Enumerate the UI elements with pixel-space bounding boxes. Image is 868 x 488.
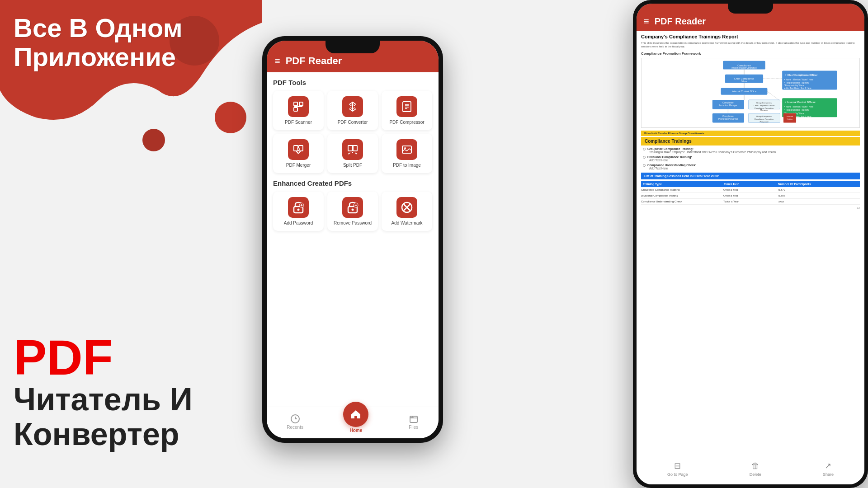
go-to-page-icon: ⊟ [674, 461, 681, 471]
phone1-frame: ≡ PDF Reader PDF Tools [262, 36, 443, 443]
svg-rect-3 [294, 102, 297, 106]
hero-subtitle-line2: Конвертер [14, 417, 193, 452]
dot-icon [643, 148, 646, 150]
enhanced-grid: Add Password [273, 192, 432, 231]
hamburger-icon[interactable]: ≡ [275, 56, 280, 66]
row2-col2: Once a Year [723, 194, 778, 197]
nav2-delete-label: Delete [750, 472, 761, 477]
compliance-chart: Compliance Implementation Committee Chie… [641, 58, 860, 128]
pdf-to-image-label: PDF to Image [393, 163, 421, 168]
dot-icon-2 [643, 156, 646, 159]
svg-point-1 [215, 102, 246, 133]
row3-col2: Twice a Year [723, 200, 778, 203]
training-3-title: Compliance Understanding Check: [647, 164, 696, 167]
add-watermark-icon [396, 197, 417, 218]
tool-split-pdf[interactable]: Split PDF [327, 134, 378, 173]
nav2-share-label: Share [823, 472, 834, 477]
svg-text:Promotion Manager: Promotion Manager [719, 104, 737, 107]
svg-line-22 [348, 153, 350, 154]
nav2-delete[interactable]: 🗑 Delete [750, 461, 761, 477]
row3-col3: xxxx [778, 200, 860, 203]
hero-title-line1: Все В Одном [14, 14, 183, 42]
svg-text:✓ Internal Control Officer:: ✓ Internal Control Officer: [784, 101, 816, 103]
add-password-icon [288, 197, 309, 218]
hero-title-block: Все В Одном Приложение [14, 14, 183, 71]
svg-text:• Add Text Here : Text 1 Here: • Add Text Here : Text 1 Here [784, 87, 811, 89]
remove-password-label: Remove Password [334, 221, 372, 225]
row1-col1: Groupwide Compliance Training [641, 188, 722, 191]
phone2-bottom-nav: ⊟ Go to Page 🗑 Delete ↗ Share [637, 453, 864, 484]
tool-pdf-compressor[interactable]: PDF Compressor [382, 91, 432, 130]
svg-text:• Responsibilities : Specify: • Responsibilities : Specify [784, 82, 809, 84]
svg-text:Compliance: Compliance [722, 115, 734, 117]
svg-text:✓ Chief Compliance Officer:: ✓ Chief Compliance Officer: [784, 73, 819, 76]
row3-col1: Compliance Understanding Check [641, 200, 722, 203]
col-2: Times Held [724, 183, 777, 186]
svg-point-2 [142, 129, 165, 151]
tool-add-watermark[interactable]: Add Watermark [382, 192, 432, 231]
svg-point-27 [297, 209, 300, 211]
pdf-compressor-icon [396, 96, 417, 117]
tool-pdf-merger[interactable]: PDF Merger [273, 134, 324, 173]
training-item-1: Groupwide Compliance Training: Training … [643, 147, 858, 154]
row1-col2: Once a Year [723, 188, 778, 191]
page-number: 12 [641, 206, 860, 209]
training-item-2: Divisional Compliance Training: Add Text… [643, 155, 858, 162]
split-pdf-icon [342, 139, 363, 160]
pdf-label: PDF [14, 333, 193, 382]
phone2-app-name: PDF Reader [655, 16, 706, 27]
svg-text:Hotline: Hotline [787, 118, 793, 120]
phone1-screen: ≡ PDF Reader PDF Tools [267, 41, 439, 438]
hero-subtitle-block: PDF Читатель И Конвертер [14, 333, 193, 452]
add-watermark-label: Add Watermark [391, 221, 422, 225]
tool-pdf-to-image[interactable]: PDF to Image [382, 134, 432, 173]
nav-home-button[interactable] [343, 402, 368, 427]
svg-text:Officer: Officer [741, 80, 747, 82]
nav2-share[interactable]: ↗ Share [823, 461, 834, 477]
split-pdf-label: Split PDF [343, 163, 362, 168]
nav-recents[interactable]: Recents [287, 414, 303, 430]
pdf-converter-label: PDF Converter [338, 120, 368, 125]
nav2-go-to-page[interactable]: ⊟ Go to Page [667, 461, 688, 477]
nav-home-label: Home [349, 428, 362, 433]
pdf-merger-label: PDF Merger [286, 163, 311, 168]
svg-text:Personnel: Personnel [760, 120, 769, 122]
doc-subtitle: This slide illustrates the organization'… [641, 41, 860, 49]
compliance-trainings-section: Compliance Trainings [641, 137, 860, 145]
phone2-frame: ≡ PDF Reader Company's Compliance Traini… [633, 0, 868, 488]
phone2-notch [728, 4, 773, 14]
tool-pdf-converter[interactable]: PDF Converter [327, 91, 378, 130]
col-3: Number Of Participants [778, 183, 858, 186]
phone2-hamburger-icon[interactable]: ≡ [644, 16, 649, 27]
training-item-3: Compliance Understanding Check: Add Text… [643, 164, 858, 170]
svg-rect-19 [348, 145, 352, 151]
svg-text:Group Companies: Group Companies [756, 102, 772, 104]
pdf-converter-icon [342, 96, 363, 117]
tools-grid: PDF Scanner PDF Converter [273, 91, 432, 173]
training-list: Groupwide Compliance Training: Training … [641, 147, 860, 170]
phone1-app-name: PDF Reader [286, 55, 342, 67]
table-columns: Training Type Times Held Number Of Parti… [641, 181, 860, 187]
tool-remove-password[interactable]: Remove Password [327, 192, 378, 231]
framework-title: Compliance Promotion Framework [641, 52, 860, 56]
pdf-scanner-icon [288, 96, 309, 117]
svg-text:Compliance: Compliance [722, 102, 734, 104]
svg-point-25 [404, 147, 406, 149]
pdf-document: Company's Compliance Trainings Report Th… [637, 31, 864, 214]
phone1: ≡ PDF Reader PDF Tools [262, 36, 443, 443]
nav-files[interactable]: Files [409, 414, 419, 430]
training-1-title: Groupwide Compliance Training: [647, 147, 776, 150]
training-3-sub: Add Text Here [647, 167, 696, 170]
svg-text:Group Companies: Group Companies [756, 115, 772, 117]
table-row-1: Groupwide Compliance Training Once a Yea… [641, 187, 860, 193]
tool-pdf-scanner[interactable]: PDF Scanner [273, 91, 324, 130]
svg-text:Promotion Personnel: Promotion Personnel [718, 118, 738, 120]
nav-home[interactable]: Home [343, 411, 368, 433]
pdf-merger-icon [288, 139, 309, 160]
svg-text:Manager: Manager [760, 109, 768, 111]
phone1-bottom-nav: Recents Home Files [267, 407, 439, 438]
tool-add-password[interactable]: Add Password [273, 192, 324, 231]
svg-text:"Responsibility" Here: "Responsibility" Here [784, 84, 804, 87]
table-row-2: Divisional Compliance Training Once a Ye… [641, 193, 860, 199]
dot-icon-3 [643, 164, 646, 167]
